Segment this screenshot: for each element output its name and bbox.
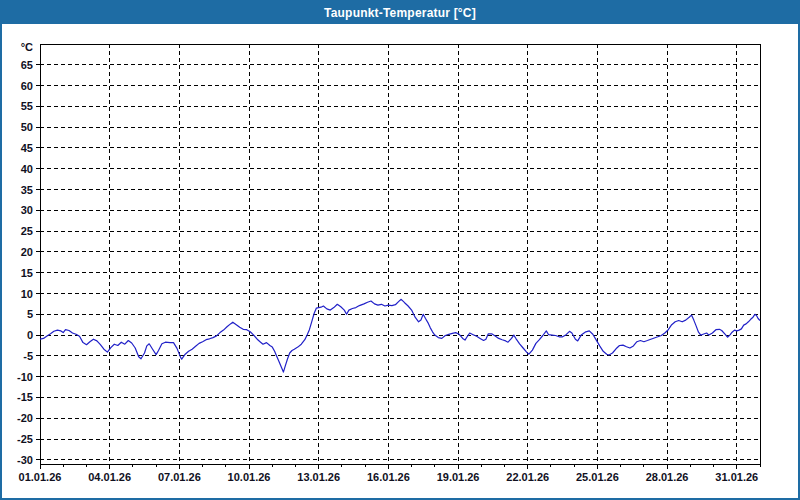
y-tick-label: 20 <box>21 246 33 258</box>
y-tick-label: -20 <box>17 412 33 424</box>
chart-window: Taupunkt-Temperatur [°C] 656055504540353… <box>0 0 800 500</box>
x-tick-label: 22.01.26 <box>506 471 549 483</box>
y-tick-label: 15 <box>21 267 33 279</box>
y-tick-label: 35 <box>21 184 33 196</box>
y-tick-label: -25 <box>17 433 33 445</box>
y-tick-label: 50 <box>21 121 33 133</box>
x-tick-label: 01.01.26 <box>19 471 62 483</box>
y-tick-label: 45 <box>21 142 33 154</box>
dewpoint-series-line <box>40 299 760 372</box>
dewpoint-line-chart: 65605550454035302520151050-5-10-15-20-25… <box>2 24 798 498</box>
y-tick-label: 10 <box>21 288 33 300</box>
y-tick-label: 60 <box>21 80 33 92</box>
x-tick-label: 19.01.26 <box>437 471 480 483</box>
x-tick-label: 13.01.26 <box>297 471 340 483</box>
x-tick-label: 04.01.26 <box>88 471 131 483</box>
y-tick-label: -15 <box>17 391 33 403</box>
window-titlebar: Taupunkt-Temperatur [°C] <box>2 2 798 24</box>
y-tick-label: 5 <box>27 308 33 320</box>
y-tick-label: 65 <box>21 59 33 71</box>
y-tick-label: -30 <box>17 454 33 466</box>
x-tick-label: 10.01.26 <box>228 471 271 483</box>
x-tick-label: 07.01.26 <box>158 471 201 483</box>
window-title: Taupunkt-Temperatur [°C] <box>324 6 476 20</box>
x-tick-label: 31.01.26 <box>715 471 758 483</box>
y-tick-label: 25 <box>21 225 33 237</box>
y-tick-label: 30 <box>21 204 33 216</box>
x-tick-label: 28.01.26 <box>646 471 689 483</box>
plot-border <box>40 44 760 464</box>
y-tick-label: 55 <box>21 100 33 112</box>
y-tick-label: -10 <box>17 371 33 383</box>
y-unit-label: °C <box>21 41 33 53</box>
x-tick-label: 25.01.26 <box>576 471 619 483</box>
chart-area: 65605550454035302520151050-5-10-15-20-25… <box>2 24 798 498</box>
y-tick-label: 40 <box>21 163 33 175</box>
x-tick-label: 16.01.26 <box>367 471 410 483</box>
y-tick-label: -5 <box>23 350 33 362</box>
y-tick-label: 0 <box>27 329 33 341</box>
